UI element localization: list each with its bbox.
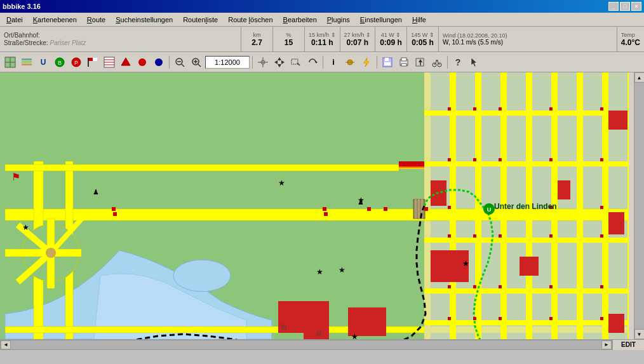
svg-rect-57: [186, 263, 199, 288]
stat-15kmh: 15 km/h ⇕ 0:11 h: [305, 27, 340, 51]
tb-rotate[interactable]: [305, 55, 320, 70]
svg-marker-31: [278, 64, 281, 67]
scroll-track-horizontal[interactable]: [11, 340, 601, 349]
svg-text:P: P: [74, 60, 78, 66]
toolbar: U B P i: [0, 52, 644, 72]
temp-value: 4.0°C: [621, 38, 640, 47]
toolbar-sep3: [323, 56, 323, 69]
svg-rect-126: [448, 206, 451, 209]
menu-datei[interactable]: Datei: [1, 15, 28, 25]
scrollbar-horizontal[interactable]: ◄ ►: [0, 340, 612, 350]
map-container[interactable]: U U Unter den Linden Potsdamer Platz ★ ★…: [0, 72, 644, 339]
wind-info: Wind (18.02.2008, 20.10) W, 10.1 m/s (5.…: [439, 27, 617, 51]
svg-text:♟: ♟: [358, 198, 364, 206]
stat-km: km 2.7: [241, 27, 273, 51]
tb-waypoint[interactable]: [342, 55, 358, 70]
temp-info: Temp 4.0°C: [617, 27, 644, 51]
tb-arrow[interactable]: [118, 55, 133, 70]
svg-rect-109: [608, 314, 624, 333]
maximize-button[interactable]: □: [620, 2, 630, 11]
tb-move[interactable]: [272, 55, 287, 70]
svg-rect-123: [424, 207, 428, 211]
svg-rect-144: [549, 285, 553, 288]
svg-text:U: U: [487, 206, 492, 213]
svg-rect-127: [448, 234, 451, 238]
scrollbar-vertical[interactable]: ▲ ▼: [634, 72, 644, 339]
svg-text:★: ★: [278, 179, 285, 187]
scroll-left-button[interactable]: ◄: [1, 340, 11, 349]
menu-routenliste[interactable]: Routenliste: [178, 15, 223, 25]
svg-rect-101: [424, 320, 639, 325]
menu-kartenebenen[interactable]: Kartenebenen: [28, 15, 82, 25]
svg-rect-98: [424, 161, 639, 166]
svg-rect-97: [424, 111, 639, 116]
svg-rect-120: [324, 212, 328, 216]
svg-rect-136: [499, 158, 502, 161]
tb-select-rect[interactable]: [288, 55, 304, 70]
tb-cursor[interactable]: [467, 55, 482, 70]
close-button[interactable]: ×: [631, 2, 641, 11]
svg-rect-148: [600, 206, 603, 209]
svg-rect-146: [600, 107, 603, 111]
scroll-right-button[interactable]: ►: [601, 340, 612, 349]
tb-help[interactable]: ?: [450, 55, 466, 70]
svg-rect-105: [520, 257, 539, 276]
infobar: Ort/Bahnhof: Straße/Strecke: Pariser Pla…: [0, 27, 644, 52]
svg-marker-36: [316, 61, 318, 64]
svg-rect-133: [473, 285, 476, 288]
tb-zoom-in[interactable]: [189, 55, 204, 70]
unter-den-linden-label: Unter den Linden: [494, 202, 557, 211]
tb-map1[interactable]: [3, 55, 18, 70]
scroll-track-vertical[interactable]: [634, 83, 644, 329]
tb-print[interactable]: [396, 55, 412, 70]
tb-dot-red[interactable]: [135, 55, 150, 70]
tb-export[interactable]: [413, 55, 428, 70]
tb-dot-blue[interactable]: [151, 55, 166, 70]
menu-sucheinstellungen[interactable]: Sucheinstellungen: [111, 15, 178, 25]
svg-rect-139: [499, 317, 502, 320]
tb-crosshair[interactable]: [255, 55, 271, 70]
menu-einstellungen[interactable]: Einstellungen: [355, 15, 407, 25]
svg-rect-129: [448, 317, 451, 320]
scroll-down-button[interactable]: ▼: [634, 329, 645, 339]
svg-text:♟: ♟: [93, 188, 99, 196]
svg-text:★: ★: [310, 339, 317, 339]
menu-plugins[interactable]: Plugins: [322, 15, 355, 25]
svg-marker-32: [274, 60, 278, 64]
menu-hilfe[interactable]: Hilfe: [407, 15, 431, 25]
svg-rect-124: [448, 107, 451, 111]
svg-rect-41: [385, 58, 389, 61]
menu-route-loeschen[interactable]: Route löschen: [223, 15, 278, 25]
svg-point-18: [138, 58, 146, 66]
svg-marker-48: [419, 59, 422, 62]
menubar: Datei Kartenebenen Route Sucheinstellung…: [0, 13, 644, 27]
tb-parking[interactable]: P: [69, 55, 84, 70]
scroll-up-button[interactable]: ▲: [634, 72, 645, 83]
minimize-button[interactable]: _: [608, 2, 619, 11]
tb-layers[interactable]: [19, 55, 34, 70]
svg-rect-134: [473, 317, 476, 320]
svg-rect-4: [22, 61, 32, 63]
tb-save[interactable]: [380, 55, 395, 70]
svg-line-51: [434, 60, 437, 65]
titlebar: bbbike 3.16 _ □ ×: [0, 0, 644, 13]
tb-flag[interactable]: [85, 55, 100, 70]
menu-route[interactable]: Route: [82, 15, 111, 25]
svg-rect-3: [22, 58, 32, 60]
menu-bearbeiten[interactable]: Bearbeiten: [278, 15, 322, 25]
tb-ubahn[interactable]: U: [36, 55, 51, 70]
tb-stripes[interactable]: [102, 55, 117, 70]
tb-info[interactable]: i: [326, 55, 341, 70]
tb-zoom-out[interactable]: [172, 55, 187, 70]
tb-bus[interactable]: B: [52, 55, 67, 70]
tb-lightning[interactable]: [359, 55, 374, 70]
svg-rect-99: [424, 238, 639, 243]
svg-rect-147: [600, 158, 603, 161]
bottombar: ◄ ► EDIT: [0, 339, 644, 349]
tb-bike[interactable]: [429, 55, 445, 70]
toolbar-sep2: [252, 56, 253, 69]
svg-rect-100: [424, 288, 639, 293]
zoom-level-input[interactable]: [205, 56, 250, 69]
titlebar-buttons[interactable]: _ □ ×: [608, 2, 641, 11]
svg-rect-151: [600, 317, 603, 320]
